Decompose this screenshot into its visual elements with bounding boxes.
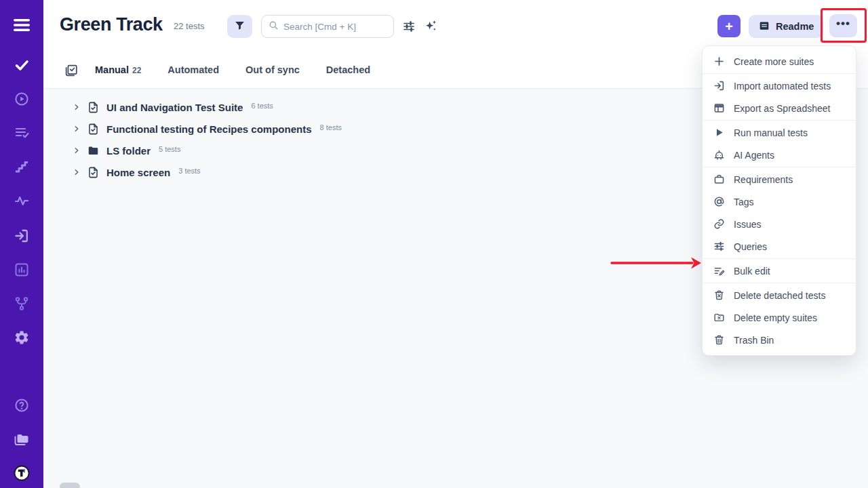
at-sign-icon <box>713 196 725 208</box>
trash-x-icon <box>713 289 725 302</box>
suite-count: 8 tests <box>320 123 342 131</box>
menu-divider <box>703 73 856 74</box>
menu-item-export-as-spreadsheet[interactable]: Export as Spreadsheet <box>703 97 856 119</box>
play-icon <box>713 127 725 139</box>
app-logo[interactable] <box>11 462 33 484</box>
file-check-icon <box>87 166 100 179</box>
chevron-right-icon[interactable] <box>72 124 81 134</box>
book-icon <box>758 20 770 34</box>
menu-item-issues[interactable]: Issues <box>703 213 856 235</box>
play-circle-icon[interactable] <box>13 90 31 108</box>
sliders-icon <box>713 241 725 253</box>
suite-count: 3 tests <box>178 167 200 175</box>
readme-button[interactable]: Readme <box>749 15 823 38</box>
tab-manual-count: 22 <box>132 66 141 75</box>
pulse-icon[interactable] <box>13 192 31 209</box>
suite-name: Home screen <box>106 167 170 178</box>
stairs-icon[interactable] <box>13 158 31 176</box>
link-icon <box>713 218 725 230</box>
menu-item-import-automated-tests[interactable]: Import automated tests <box>703 75 856 97</box>
check-icon[interactable] <box>13 56 31 74</box>
menu-item-delete-empty-suites[interactable]: Delete empty suites <box>703 306 856 329</box>
more-options-button[interactable]: ••• <box>829 14 857 37</box>
bar-chart-icon[interactable] <box>13 261 31 279</box>
menu-item-queries[interactable]: Queries <box>703 235 856 258</box>
folders-icon[interactable] <box>13 430 31 448</box>
sidebar <box>0 0 43 488</box>
briefcase-icon <box>713 174 725 186</box>
tab-out-of-sync[interactable]: Out of sync <box>245 64 300 75</box>
select-all-icon[interactable] <box>64 63 79 78</box>
funnel-icon <box>234 20 245 33</box>
search-icon <box>269 20 279 33</box>
sliders-icon[interactable] <box>402 20 416 33</box>
help-icon[interactable] <box>13 396 31 414</box>
plus-icon <box>713 56 725 68</box>
bottom-partial-element <box>60 483 80 488</box>
tab-detached[interactable]: Detached <box>326 64 370 75</box>
list-check-icon[interactable] <box>13 124 31 142</box>
menu-item-requirements[interactable]: Requirements <box>703 168 856 190</box>
suite-name: UI and Navigation Test Suite <box>106 102 243 113</box>
menu-item-delete-detached-tests[interactable]: Delete detached tests <box>703 284 856 306</box>
menu-divider <box>703 120 856 121</box>
readme-label: Readme <box>776 21 814 32</box>
hamburger-menu-icon[interactable] <box>13 16 31 34</box>
menu-divider <box>703 258 856 259</box>
trash-icon <box>713 334 725 346</box>
menu-item-tags[interactable]: Tags <box>703 190 856 213</box>
tab-automated[interactable]: Automated <box>167 64 219 75</box>
chevron-right-icon[interactable] <box>72 102 81 112</box>
menu-item-ai-agents[interactable]: AI Agents <box>703 144 856 166</box>
add-button[interactable]: + <box>717 15 741 37</box>
menu-item-run-manual-tests[interactable]: Run manual tests <box>703 121 856 144</box>
gear-icon[interactable] <box>13 329 31 346</box>
spreadsheet-icon <box>713 102 725 115</box>
robot-icon <box>713 149 725 161</box>
search-box <box>261 15 394 38</box>
more-options-menu: Create more suites Import automated test… <box>702 45 856 356</box>
menu-divider <box>703 167 856 167</box>
branch-icon[interactable] <box>13 295 31 312</box>
search-input[interactable] <box>283 22 403 32</box>
sign-in-icon[interactable] <box>13 227 31 245</box>
suite-name: LS folder <box>106 145 151 157</box>
chevron-right-icon[interactable] <box>72 146 81 155</box>
page-title: Green Track <box>60 14 163 35</box>
menu-item-create-more-suites[interactable]: Create more suites <box>703 50 856 73</box>
suite-count: 5 tests <box>159 145 180 153</box>
menu-divider <box>703 283 856 283</box>
chevron-right-icon[interactable] <box>72 167 81 177</box>
folder-icon <box>87 144 100 157</box>
file-check-icon <box>87 123 100 136</box>
suite-name: Functional testing of Recipes components <box>106 123 312 135</box>
filter-button[interactable] <box>227 15 252 38</box>
tabs: Manual22 Automated Out of sync Detached <box>95 64 370 75</box>
import-icon <box>713 80 725 92</box>
tests-count: 22 tests <box>174 21 205 31</box>
tab-manual[interactable]: Manual22 <box>95 64 141 75</box>
suite-count: 6 tests <box>251 102 273 110</box>
menu-item-bulk-edit[interactable]: Bulk edit <box>703 260 856 282</box>
bulk-edit-icon <box>713 265 725 277</box>
file-check-icon <box>87 101 100 114</box>
folder-x-icon <box>713 312 725 324</box>
sparkles-icon[interactable] <box>424 19 437 33</box>
menu-item-trash-bin[interactable]: Trash Bin <box>703 329 856 351</box>
